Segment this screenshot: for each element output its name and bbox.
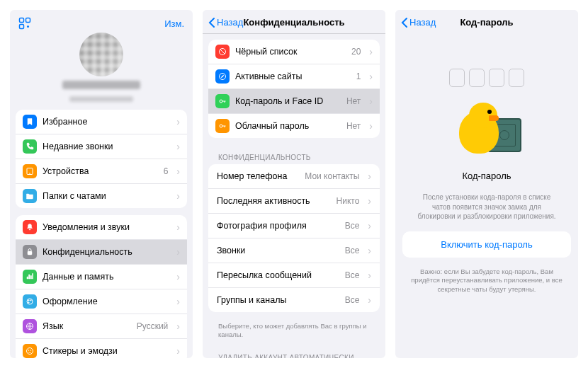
row-label: Код-пароль и Face ID <box>235 96 341 106</box>
row-label: Конфиденциальность <box>43 247 168 257</box>
svg-point-5 <box>30 173 30 174</box>
section-header: Удалить аккаунт автоматически <box>208 345 380 358</box>
profile-header[interactable] <box>10 30 193 110</box>
row-value: 1 <box>356 71 361 81</box>
list-item[interactable]: Активные сайты1› <box>208 64 380 88</box>
edit-button[interactable]: Изм. <box>164 18 184 29</box>
svg-point-18 <box>220 100 222 103</box>
chevron-right-icon: › <box>176 190 180 202</box>
back-button[interactable]: Назад <box>208 17 243 28</box>
list-item[interactable]: Уведомления и звуки› <box>16 215 187 239</box>
chevron-right-icon: › <box>176 116 180 127</box>
row-label: Облачный пароль <box>235 121 341 131</box>
chevron-right-icon: › <box>176 345 180 357</box>
section-header: Конфиденциальность <box>208 145 380 164</box>
svg-rect-6 <box>28 251 32 255</box>
row-label: Звонки <box>217 246 339 255</box>
row-label: Избранное <box>43 117 168 127</box>
chevron-right-icon: › <box>369 71 373 82</box>
row-value: Нет <box>346 121 361 131</box>
row-label: Группы и каналы <box>217 295 339 305</box>
lock-icon <box>23 245 37 259</box>
back-button[interactable]: Назад <box>401 17 436 28</box>
chevron-right-icon: › <box>176 141 180 152</box>
row-label: Фотография профиля <box>217 221 339 231</box>
list-item[interactable]: Группы и каналыВсе› <box>208 287 380 312</box>
row-value: Мои контакты <box>305 171 359 181</box>
key-icon <box>215 119 230 133</box>
row-label: Последняя активность <box>217 196 331 206</box>
chevron-right-icon: › <box>176 246 180 258</box>
device-icon <box>23 164 37 178</box>
qr-icon[interactable] <box>18 17 31 30</box>
chevron-right-icon: › <box>368 294 371 306</box>
svg-rect-2 <box>20 25 24 29</box>
list-item[interactable]: Оформление› <box>16 289 187 314</box>
list-item[interactable]: Код-пароль и Face IDНет› <box>208 88 380 113</box>
duck-icon <box>459 105 514 161</box>
row-label: Устройства <box>43 166 158 176</box>
enable-passcode-button[interactable]: Включить код-пароль <box>402 231 571 258</box>
svg-point-19 <box>220 125 222 127</box>
row-value: Нет <box>346 96 361 106</box>
svg-point-14 <box>30 350 31 351</box>
passcode-heading: Код-пароль <box>409 171 564 181</box>
list-item[interactable]: Недавние звонки› <box>16 134 187 159</box>
svg-point-9 <box>30 300 32 301</box>
passcode-illustration: Код-пароль <box>395 33 578 188</box>
list-item[interactable]: Избранное› <box>16 110 187 134</box>
row-value: Все <box>345 246 360 255</box>
row-label: Язык <box>43 321 131 331</box>
list-item[interactable]: Номер телефонаМои контакты› <box>208 164 380 188</box>
row-label: Папки с чатами <box>43 191 168 201</box>
row-value: 6 <box>164 166 169 176</box>
list-item[interactable]: Папки с чатами› <box>16 183 187 208</box>
safari-icon <box>215 69 230 84</box>
row-label: Чёрный список <box>235 47 346 57</box>
row-value: Русский <box>137 321 169 331</box>
row-label: Оформление <box>43 297 168 306</box>
svg-point-12 <box>27 348 33 355</box>
privacy-screen: Назад Конфиденциальность Чёрный список20… <box>203 10 385 358</box>
chevron-right-icon: › <box>176 271 180 282</box>
passcode-screen: Назад Код-пароль Код-пароль После устано… <box>395 10 578 358</box>
chevron-right-icon: › <box>368 270 371 281</box>
pin-boxes <box>409 69 564 87</box>
list-item[interactable]: Устройства6› <box>16 159 187 183</box>
avatar[interactable] <box>79 33 123 76</box>
svg-rect-0 <box>20 18 24 23</box>
row-value: Все <box>345 295 360 305</box>
svg-line-16 <box>220 50 225 54</box>
list-item[interactable]: Фотография профиляВсе› <box>208 213 380 238</box>
list-item[interactable]: Данные и память› <box>16 264 187 289</box>
list-item[interactable]: ЯзыкРусский› <box>16 314 187 338</box>
list-item[interactable]: Чёрный список20› <box>208 40 380 64</box>
chevron-right-icon: › <box>176 321 180 332</box>
chevron-right-icon: › <box>369 120 373 132</box>
row-label: Пересылка сообщений <box>217 270 339 280</box>
chevron-right-icon: › <box>369 96 373 107</box>
chevron-right-icon: › <box>368 245 371 256</box>
brush-icon <box>23 294 37 309</box>
list-item[interactable]: Конфиденциальность› <box>16 239 187 264</box>
settings-main-screen: Изм. Избранное›Недавние звонки›Устройств… <box>10 10 193 358</box>
row-value: Никто <box>337 196 360 206</box>
row-value: Все <box>345 221 360 231</box>
row-label: Активные сайты <box>235 71 351 81</box>
profile-name <box>62 81 140 89</box>
chevron-right-icon: › <box>176 222 180 233</box>
block-icon <box>215 45 230 59</box>
section-footer: Выберите, кто может добавлять Вас в груп… <box>208 319 380 345</box>
chevron-right-icon: › <box>368 171 371 182</box>
chevron-right-icon: › <box>176 296 180 307</box>
list-item[interactable]: Последняя активностьНикто› <box>208 188 380 213</box>
list-item[interactable]: Стикеры и эмодзи› <box>16 338 187 358</box>
phone-icon <box>23 139 37 154</box>
list-item[interactable]: Пересылка сообщенийВсе› <box>208 263 380 287</box>
chevron-right-icon: › <box>369 46 373 57</box>
row-label: Уведомления и звуки <box>43 222 168 232</box>
list-item[interactable]: Облачный парольНет› <box>208 113 380 138</box>
list-item[interactable]: ЗвонкиВсе› <box>208 238 380 263</box>
chevron-right-icon: › <box>176 166 180 177</box>
svg-point-7 <box>27 299 33 304</box>
